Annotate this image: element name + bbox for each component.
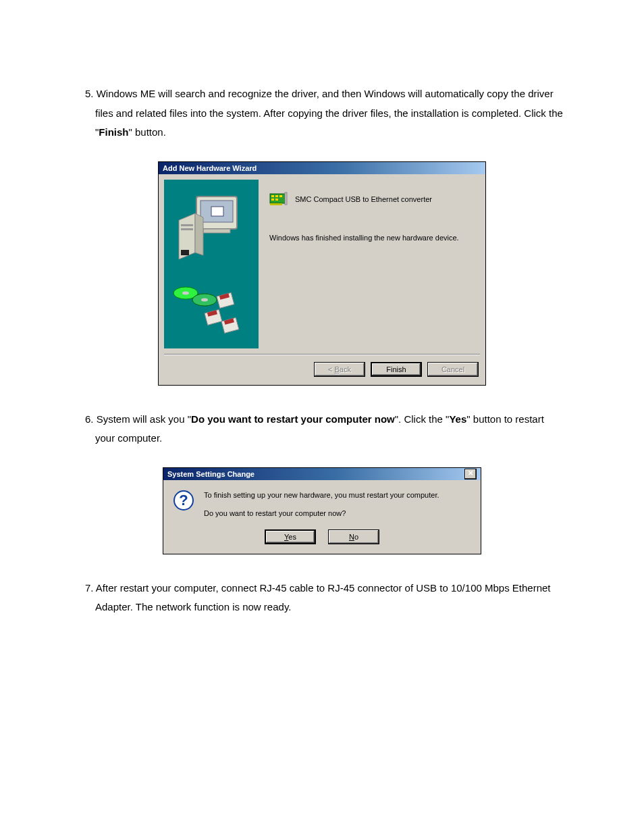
step-5-num: 5. xyxy=(85,88,94,99)
yes-underline: Y xyxy=(284,533,288,541)
cancel-button: Cancel xyxy=(427,362,479,377)
step-6: 6. System will ask you "Do you want to r… xyxy=(78,410,566,554)
svg-rect-3 xyxy=(203,229,230,233)
finish-button[interactable]: Finish xyxy=(371,362,422,377)
step-7: 7. After restart your computer, connect … xyxy=(78,579,566,617)
step-5-bold: Finish xyxy=(99,126,128,138)
svg-rect-6 xyxy=(181,224,193,226)
wizard-titlebar: Add New Hardware Wizard xyxy=(159,162,485,174)
restart-footer: Yes No xyxy=(163,524,481,554)
wizard-body: SMC Compact USB to Ethernet converter Wi… xyxy=(159,174,485,354)
step-5-text: 5. Windows ME will search and recognize … xyxy=(78,84,566,142)
yes-button[interactable]: Yes xyxy=(265,529,316,544)
close-icon: ✕ xyxy=(468,469,473,477)
step-6-num: 6. xyxy=(85,413,94,425)
restart-line1: To finish setting up your new hardware, … xyxy=(204,490,439,502)
close-button[interactable]: ✕ xyxy=(464,469,477,479)
question-icon: ? xyxy=(173,490,194,511)
step-7-text: 7. After restart your computer, connect … xyxy=(78,579,566,617)
svg-rect-2 xyxy=(211,207,223,216)
step-7-body: After restart your computer, connect RJ-… xyxy=(94,582,551,613)
svg-text:?: ? xyxy=(179,492,188,509)
wizard-title: Add New Hardware Wizard xyxy=(163,162,257,174)
wizard-footer: < Back Finish Cancel xyxy=(159,355,485,385)
svg-rect-22 xyxy=(279,195,282,197)
step-6-bold1: Do you want to restart your computer now xyxy=(191,413,395,425)
back-button: < Back xyxy=(314,362,365,377)
restart-body: ? To finish setting up your new hardware… xyxy=(163,480,481,524)
back-label: < Back xyxy=(328,365,351,373)
no-underline: N xyxy=(349,533,354,541)
no-button[interactable]: No xyxy=(328,529,379,544)
svg-rect-26 xyxy=(285,192,287,205)
hardware-wizard-dialog: Add New Hardware Wizard xyxy=(158,161,486,386)
wizard-message: Windows has finished installing the new … xyxy=(269,234,480,242)
svg-rect-25 xyxy=(270,203,282,205)
step-7-num: 7. xyxy=(85,582,94,594)
wizard-art-icon xyxy=(164,180,259,348)
restart-titlebar: System Settings Change ✕ xyxy=(163,468,481,480)
svg-rect-8 xyxy=(181,250,189,255)
svg-point-12 xyxy=(201,298,208,301)
wizard-art-panel xyxy=(164,180,259,348)
step-6-text: 6. System will ask you "Do you want to r… xyxy=(78,410,566,448)
svg-rect-21 xyxy=(275,195,278,197)
wizard-device-name: SMC Compact USB to Ethernet converter xyxy=(295,195,432,203)
wizard-content: SMC Compact USB to Ethernet converter Wi… xyxy=(269,180,480,348)
svg-rect-23 xyxy=(271,199,274,201)
restart-line2: Do you want to restart your computer now… xyxy=(204,508,439,520)
restart-text: To finish setting up your new hardware, … xyxy=(204,490,439,520)
step-5: 5. Windows ME will search and recognize … xyxy=(78,84,566,386)
step-5-part-b: " button. xyxy=(129,126,166,138)
svg-rect-24 xyxy=(275,199,278,201)
step-6-bold2: Yes xyxy=(449,413,466,425)
restart-dialog: System Settings Change ✕ ? To finish set… xyxy=(163,467,481,554)
restart-title: System Settings Change xyxy=(167,468,254,480)
svg-rect-20 xyxy=(271,195,274,197)
wizard-device-row: SMC Compact USB to Ethernet converter xyxy=(269,192,480,207)
pci-card-icon xyxy=(269,192,288,207)
step-6-part-b: ". Click the " xyxy=(395,413,450,425)
step-6-part-a: System will ask you " xyxy=(94,413,192,425)
svg-marker-5 xyxy=(195,213,203,255)
document-page: 5. Windows ME will search and recognize … xyxy=(0,0,644,834)
svg-rect-7 xyxy=(181,228,193,230)
svg-point-10 xyxy=(182,291,189,294)
